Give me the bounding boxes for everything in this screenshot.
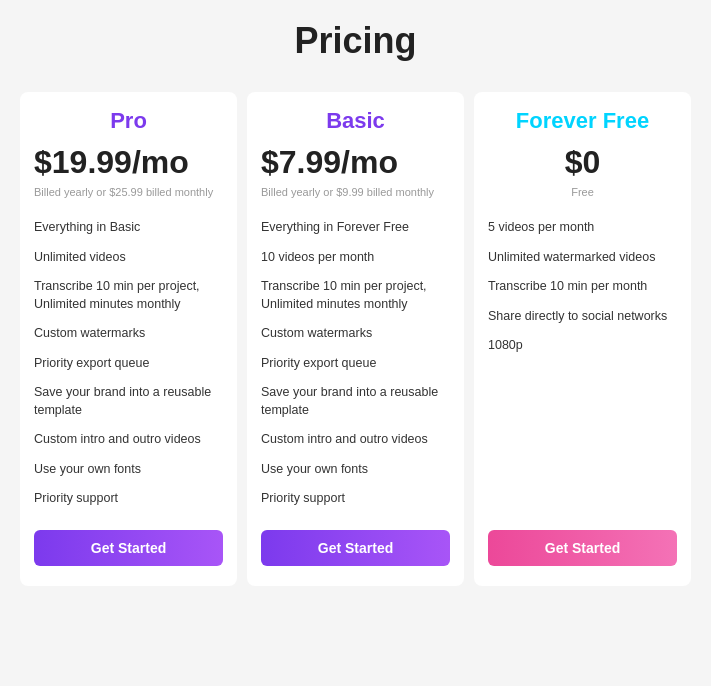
feature-item: Custom watermarks [34, 319, 223, 349]
feature-list-pro: Everything in BasicUnlimited videosTrans… [34, 213, 223, 514]
plan-name-forever-free: Forever Free [488, 108, 677, 134]
feature-item: Everything in Forever Free [261, 213, 450, 243]
feature-list-basic: Everything in Forever Free10 videos per … [261, 213, 450, 514]
plan-name-pro: Pro [34, 108, 223, 134]
feature-item: Share directly to social networks [488, 302, 677, 332]
plan-price-forever-free: $0 [488, 144, 677, 181]
plan-price-pro: $19.99/mo [34, 144, 223, 181]
cta-button-forever-free[interactable]: Get Started [488, 530, 677, 566]
feature-item: 5 videos per month [488, 213, 677, 243]
feature-item: Everything in Basic [34, 213, 223, 243]
cta-button-basic[interactable]: Get Started [261, 530, 450, 566]
plan-billing-pro: Billed yearly or $25.99 billed monthly [34, 185, 223, 199]
plan-col-basic: Basic$7.99/moBilled yearly or $9.99 bill… [247, 92, 464, 586]
feature-item: Unlimited watermarked videos [488, 243, 677, 273]
cta-button-pro[interactable]: Get Started [34, 530, 223, 566]
feature-item: Unlimited videos [34, 243, 223, 273]
pricing-page: Pricing Pro$19.99/moBilled yearly or $25… [0, 0, 711, 616]
pricing-grid: Pro$19.99/moBilled yearly or $25.99 bill… [10, 92, 701, 586]
feature-list-forever-free: 5 videos per monthUnlimited watermarked … [488, 213, 677, 514]
plan-billing-basic: Billed yearly or $9.99 billed monthly [261, 185, 450, 199]
plan-billing-forever-free: Free [488, 185, 677, 199]
feature-item: Priority export queue [261, 349, 450, 379]
feature-item: Priority support [34, 484, 223, 514]
feature-item: 1080p [488, 331, 677, 361]
plan-price-basic: $7.99/mo [261, 144, 450, 181]
plan-name-basic: Basic [261, 108, 450, 134]
page-title: Pricing [10, 20, 701, 62]
feature-item: Priority export queue [34, 349, 223, 379]
feature-item: Use your own fonts [261, 455, 450, 485]
feature-item: Transcribe 10 min per month [488, 272, 677, 302]
feature-item: Priority support [261, 484, 450, 514]
feature-item: 10 videos per month [261, 243, 450, 273]
feature-item: Custom intro and outro videos [261, 425, 450, 455]
feature-item: Use your own fonts [34, 455, 223, 485]
feature-item: Custom intro and outro videos [34, 425, 223, 455]
feature-item: Save your brand into a reusable template [261, 378, 450, 425]
plan-col-forever-free: Forever Free$0Free5 videos per monthUnli… [474, 92, 691, 586]
feature-item: Transcribe 10 min per project, Unlimited… [261, 272, 450, 319]
feature-item: Save your brand into a reusable template [34, 378, 223, 425]
feature-item: Transcribe 10 min per project, Unlimited… [34, 272, 223, 319]
plan-col-pro: Pro$19.99/moBilled yearly or $25.99 bill… [20, 92, 237, 586]
feature-item: Custom watermarks [261, 319, 450, 349]
